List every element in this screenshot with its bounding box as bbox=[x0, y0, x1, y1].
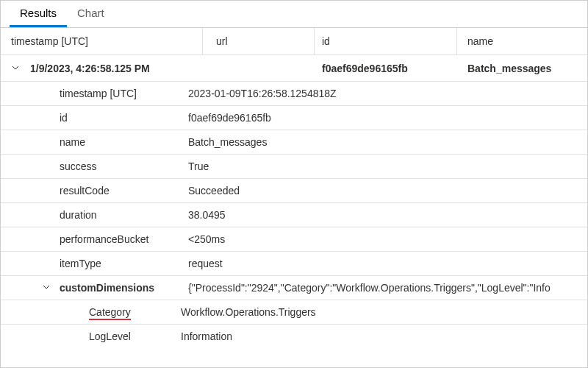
detail-label: name bbox=[1, 136, 188, 148]
detail-value: <250ms bbox=[188, 233, 587, 245]
detail-row-itemtype: itemType request bbox=[1, 252, 587, 276]
table-row[interactable]: 1/9/2023, 4:26:58.125 PM f0aef69de96165f… bbox=[1, 55, 587, 82]
customdimensions-json: {"ProcessId":"2924","Category":"Workflow… bbox=[188, 282, 587, 294]
detail-value: 38.0495 bbox=[188, 209, 587, 221]
detail-value: f0aef69de96165fb bbox=[188, 112, 587, 124]
chevron-down-icon[interactable] bbox=[1, 62, 30, 74]
detail-label: id bbox=[1, 112, 188, 124]
detail-value: request bbox=[188, 258, 587, 269]
column-timestamp[interactable]: timestamp [UTC] bbox=[1, 28, 203, 54]
detail-label: timestamp [UTC] bbox=[1, 88, 188, 99]
column-header-row: timestamp [UTC] url id name bbox=[1, 28, 587, 55]
detail-row-success: success True bbox=[1, 155, 587, 179]
customdimensions-label: customDimensions bbox=[60, 282, 188, 294]
sub-value: Workflow.Operations.Triggers bbox=[181, 306, 587, 318]
detail-row-resultcode: resultCode Succeeded bbox=[1, 179, 587, 203]
detail-value: True bbox=[188, 160, 587, 172]
sub-value: Information bbox=[181, 330, 587, 342]
detail-row-duration: duration 38.0495 bbox=[1, 203, 587, 227]
tabs-bar: Results Chart bbox=[1, 1, 587, 28]
chevron-down-icon[interactable] bbox=[1, 282, 60, 294]
detail-value: 2023-01-09T16:26:58.1254818Z bbox=[188, 88, 587, 99]
sub-row-category: Category Workflow.Operations.Triggers bbox=[1, 300, 587, 325]
sub-row-loglevel: LogLevel Information bbox=[1, 325, 587, 348]
detail-row-performancebucket: performanceBucket <250ms bbox=[1, 227, 587, 252]
sub-label: LogLevel bbox=[1, 330, 181, 342]
detail-value: Batch_messages bbox=[188, 136, 587, 148]
summary-id: f0aef69de96165fb bbox=[315, 63, 457, 74]
column-id[interactable]: id bbox=[315, 28, 457, 54]
summary-name: Batch_messages bbox=[457, 63, 587, 74]
column-name[interactable]: name bbox=[457, 28, 587, 54]
detail-label: performanceBucket bbox=[1, 233, 188, 245]
detail-label: success bbox=[1, 160, 188, 172]
column-url[interactable]: url bbox=[203, 28, 315, 54]
detail-row-customdimensions[interactable]: customDimensions {"ProcessId":"2924","Ca… bbox=[1, 276, 587, 300]
detail-label: duration bbox=[1, 209, 188, 221]
tab-chart[interactable]: Chart bbox=[67, 1, 115, 27]
summary-timestamp: 1/9/2023, 4:26:58.125 PM bbox=[30, 63, 203, 74]
detail-row-name: name Batch_messages bbox=[1, 130, 587, 155]
sub-label: Category bbox=[1, 306, 181, 318]
detail-row-timestamp: timestamp [UTC] 2023-01-09T16:26:58.1254… bbox=[1, 82, 587, 106]
tab-results[interactable]: Results bbox=[10, 1, 67, 27]
detail-value: Succeeded bbox=[188, 185, 587, 197]
detail-label: itemType bbox=[1, 258, 188, 269]
detail-row-id: id f0aef69de96165fb bbox=[1, 106, 587, 130]
detail-label: resultCode bbox=[1, 185, 188, 197]
